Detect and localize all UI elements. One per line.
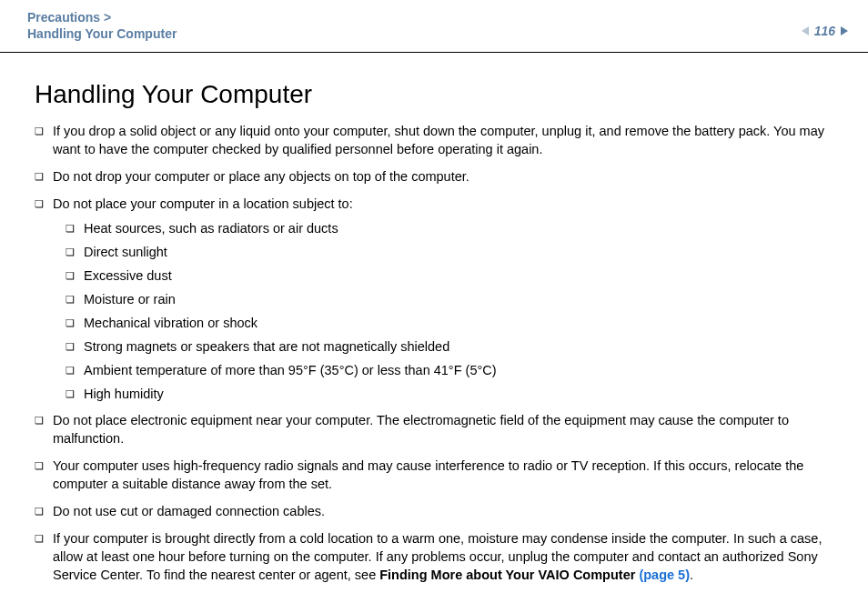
list-item: ❏Direct sunlight xyxy=(66,244,833,260)
page-number: 116 xyxy=(812,24,837,38)
bullet-icon: ❏ xyxy=(66,267,84,284)
list-item: ❏Strong magnets or speakers that are not… xyxy=(66,338,833,355)
bullet-list: ❏ If you drop a solid object or any liqu… xyxy=(35,122,833,584)
list-item: ❏ Your computer uses high-frequency radi… xyxy=(35,457,833,493)
prev-page-icon[interactable] xyxy=(802,26,809,35)
list-item: ❏High humidity xyxy=(66,386,833,402)
bullet-icon: ❏ xyxy=(66,362,84,378)
bullet-icon: ❏ xyxy=(35,411,53,429)
list-item: ❏Moisture or rain xyxy=(66,291,833,307)
bullet-icon: ❏ xyxy=(35,195,53,213)
bullet-icon: ❏ xyxy=(66,386,84,402)
nested-bullet-list: ❏Heat sources, such as radiators or air … xyxy=(66,220,833,402)
list-item: ❏ Do not place electronic equipment near… xyxy=(35,411,833,447)
nested-list-wrap: ❏Heat sources, such as radiators or air … xyxy=(35,220,833,402)
list-item-text: Your computer uses high-frequency radio … xyxy=(53,457,833,493)
breadcrumb-parent: Precautions > xyxy=(27,9,841,25)
bullet-icon: ❏ xyxy=(66,291,84,307)
list-item: ❏ If you drop a solid object or any liqu… xyxy=(35,122,833,158)
text-segment: . xyxy=(690,568,693,582)
page-title: Handling Your Computer xyxy=(35,80,833,109)
list-item: ❏ Do not place your computer in a locati… xyxy=(35,195,833,213)
next-page-icon[interactable] xyxy=(841,26,848,35)
bullet-icon: ❏ xyxy=(35,167,53,186)
list-item-text: Do not place electronic equipment near y… xyxy=(53,411,833,447)
bullet-icon: ❏ xyxy=(35,529,53,548)
breadcrumb-child: Handling Your Computer xyxy=(27,25,841,42)
list-item-text: Excessive dust xyxy=(84,267,833,284)
bullet-icon: ❏ xyxy=(35,457,53,475)
list-item-text: Do not drop your computer or place any o… xyxy=(53,167,833,186)
bullet-icon: ❏ xyxy=(66,338,84,355)
bullet-icon: ❏ xyxy=(35,122,53,140)
list-item: ❏Ambient temperature of more than 95°F (… xyxy=(66,362,833,378)
page-reference-link[interactable]: (page 5) xyxy=(639,568,690,582)
list-item-text: If your computer is brought directly fro… xyxy=(53,529,833,584)
page-header: Precautions > Handling Your Computer 116 xyxy=(0,0,868,53)
document-page: Precautions > Handling Your Computer 116… xyxy=(0,0,868,613)
bold-text-segment: Finding More about Your VAIO Computer xyxy=(379,568,639,582)
page-number-nav: 116 xyxy=(802,24,848,38)
list-item-text: Direct sunlight xyxy=(84,244,833,260)
list-item: ❏Heat sources, such as radiators or air … xyxy=(66,220,833,236)
list-item-text: Mechanical vibration or shock xyxy=(84,315,833,331)
list-item-text: Moisture or rain xyxy=(84,291,833,307)
list-item-text: High humidity xyxy=(84,386,833,402)
list-item-text: If you drop a solid object or any liquid… xyxy=(53,122,833,158)
bullet-icon: ❏ xyxy=(66,244,84,260)
page-content: Handling Your Computer ❏ If you drop a s… xyxy=(0,53,868,584)
list-item: ❏ Do not drop your computer or place any… xyxy=(35,167,833,186)
list-item-text: Ambient temperature of more than 95°F (3… xyxy=(84,362,833,378)
list-item-text: Do not place your computer in a location… xyxy=(53,195,833,213)
list-item-text: Strong magnets or speakers that are not … xyxy=(84,338,833,355)
bullet-icon: ❏ xyxy=(66,315,84,331)
list-item: ❏ Do not use cut or damaged connection c… xyxy=(35,502,833,520)
list-item: ❏Excessive dust xyxy=(66,267,833,284)
bullet-icon: ❏ xyxy=(35,502,53,520)
list-item: ❏ If your computer is brought directly f… xyxy=(35,529,833,584)
list-item-text: Heat sources, such as radiators or air d… xyxy=(84,220,833,236)
bullet-icon: ❏ xyxy=(66,220,84,236)
list-item: ❏Mechanical vibration or shock xyxy=(66,315,833,331)
list-item-text: Do not use cut or damaged connection cab… xyxy=(53,502,833,520)
breadcrumb: Precautions > Handling Your Computer xyxy=(27,9,841,42)
